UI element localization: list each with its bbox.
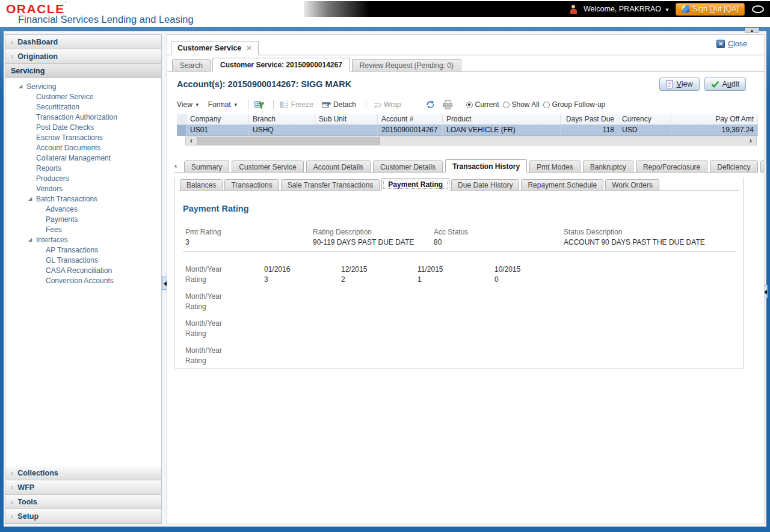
radio-show-all[interactable]: Show All <box>503 100 540 109</box>
subtab-balances[interactable]: Balances <box>180 179 223 191</box>
sidebar-section-label: Collections <box>17 469 58 477</box>
scroll-right-icon[interactable]: › <box>745 137 756 145</box>
tree-row: Fees <box>5 224 161 234</box>
sidebar-item-account-documents[interactable]: Account Documents <box>36 144 100 152</box>
sidebar-item-servicing[interactable]: Servicing <box>26 82 56 91</box>
column-header-product[interactable]: Product <box>443 114 561 125</box>
close-button[interactable]: ✕ Close <box>716 40 747 48</box>
row-selector[interactable] <box>177 125 186 136</box>
refresh-button[interactable] <box>425 100 436 109</box>
tab-transaction-history[interactable]: Transaction History <box>445 159 527 173</box>
sidebar-item-reports[interactable]: Reports <box>36 164 61 173</box>
transaction-history-subtabs: BalancesTransactionsSale Transfer Transa… <box>179 177 739 191</box>
tab-bankruptcy[interactable]: Bankruptcy <box>583 161 633 173</box>
sidebar-item-securitization[interactable]: Securitization <box>36 103 79 111</box>
scrollbar-thumb[interactable] <box>197 137 380 145</box>
month-year-value <box>494 346 736 356</box>
column-header-branch[interactable]: Branch <box>249 114 315 125</box>
sidebar-item-batch-transactions[interactable]: Batch Transactions <box>36 195 97 203</box>
tab-pmt-modes[interactable]: Pmt Modes <box>529 161 581 173</box>
radio-current[interactable]: Current <box>466 100 499 109</box>
sidebar-section-setup[interactable]: ›Setup <box>5 509 161 524</box>
sidebar-section-tools[interactable]: ›Tools <box>5 495 161 509</box>
query-by-example-button[interactable] <box>254 100 265 109</box>
tab-collateral[interactable]: Collateral <box>760 161 765 173</box>
tree-row: Customer Service <box>5 91 161 102</box>
column-header-currency[interactable]: Currency <box>618 114 671 125</box>
tree-row: Transaction Authorization <box>5 112 161 122</box>
sidebar-item-customer-service[interactable]: Customer Service <box>36 93 93 101</box>
sidebar-item-payments[interactable]: Payments <box>46 215 78 224</box>
tree-expand-icon[interactable]: ◢ <box>28 196 36 201</box>
doc-tab-customer-service-20150900014267[interactable]: Customer Service: 20150900014267 <box>212 58 350 72</box>
sidebar-item-gl-transactions[interactable]: GL Transactions <box>46 256 98 264</box>
tree-expand-icon[interactable]: ◢ <box>19 84 26 89</box>
sidebar-item-ap-transactions[interactable]: AP Transactions <box>46 246 98 254</box>
tree-row: Conversion Accounts <box>5 275 161 286</box>
tab-customer-details[interactable]: Customer Details <box>373 161 443 173</box>
user-menu[interactable]: Welcome, PRAKRRAO▼ <box>584 5 670 13</box>
tabs-scroll-left-icon[interactable]: ‹ <box>174 160 183 172</box>
subtab-repayment-schedule[interactable]: Repayment Schedule <box>521 179 603 191</box>
doc-tab-search[interactable]: Search <box>172 59 211 72</box>
tab-deficiency[interactable]: Deficiency <box>710 161 757 173</box>
scroll-left-icon[interactable]: ‹ <box>186 137 197 145</box>
sidebar-item-post-date-checks[interactable]: Post Date Checks <box>36 123 94 132</box>
month-year-value <box>417 292 494 302</box>
column-header-pay-off-amt[interactable]: Pay Off Amt <box>671 114 758 125</box>
sidebar-section-dashboard[interactable]: ›DashBoard <box>5 35 161 49</box>
tab-summary[interactable]: Summary <box>184 161 229 173</box>
column-header-company[interactable]: Company <box>186 114 249 125</box>
detach-button[interactable]: Detach <box>322 100 356 109</box>
radio-group-follow-up[interactable]: Group Follow-up <box>543 100 606 109</box>
sidebar-item-producers[interactable]: Producers <box>36 174 69 183</box>
sidebar-item-collateral-management[interactable]: Collateral Management <box>36 154 111 162</box>
sidebar-section-wfp[interactable]: ›WFP <box>5 480 161 495</box>
audit-button[interactable]: Audit <box>704 78 747 91</box>
tree-expand-icon[interactable]: ◢ <box>28 237 36 242</box>
subtab-work-orders[interactable]: Work Orders <box>605 179 659 191</box>
toolbar-view-menu[interactable]: View▼ <box>177 100 200 109</box>
sidebar-item-vendors[interactable]: Vendors <box>36 185 63 193</box>
tab-customer-service[interactable]: Customer Service <box>232 161 303 173</box>
subtab-due-date-history[interactable]: Due Date History <box>451 179 519 191</box>
session-indicator-icon[interactable] <box>752 5 764 13</box>
sidebar-section-servicing[interactable]: Servicing <box>5 64 161 78</box>
month-year-value <box>494 292 736 302</box>
sidebar-item-casa-reconciliation[interactable]: CASA Reconciliation <box>46 266 112 275</box>
tab-account-details[interactable]: Account Details <box>306 161 371 173</box>
rating-value <box>494 329 736 339</box>
subtab-transactions[interactable]: Transactions <box>224 179 279 191</box>
tab-close-icon[interactable]: ✕ <box>246 44 251 52</box>
column-header-account[interactable]: Account # <box>378 114 443 125</box>
sidebar-item-escrow-transactions[interactable]: Escrow Transactions <box>36 133 103 142</box>
sidebar-item-conversion-accounts[interactable]: Conversion Accounts <box>46 277 114 285</box>
sidebar-item-transaction-authorization[interactable]: Transaction Authorization <box>36 113 117 121</box>
sidebar-item-interfaces[interactable]: Interfaces <box>36 236 68 244</box>
sidebar-item-advances[interactable]: Advances <box>46 205 78 213</box>
print-button[interactable] <box>443 100 453 109</box>
column-header-sub-unit[interactable]: Sub Unit <box>315 114 378 125</box>
subtab-payment-rating[interactable]: Payment Rating <box>381 178 449 191</box>
sidebar-item-fees[interactable]: Fees <box>46 225 62 234</box>
tab-repo-foreclosure[interactable]: Repo/Foreclosure <box>636 161 707 173</box>
scroll-up-button[interactable]: ▲ <box>745 28 759 33</box>
accounts-table-row[interactable]: US01USHQ20150900014267LOAN VEHICLE (FR)1… <box>177 125 758 136</box>
toolbar-format-menu[interactable]: Format▼ <box>208 100 238 109</box>
chevron-down-icon: ▼ <box>233 102 238 108</box>
column-header-days-past-due[interactable]: Days Past Due <box>561 114 618 125</box>
scrollbar-track[interactable] <box>380 137 745 145</box>
sidebar-section-label: Setup <box>17 512 38 521</box>
view-button[interactable]: View <box>659 78 700 91</box>
sidebar-section-origination[interactable]: ›Origination <box>5 49 161 64</box>
sign-out-button[interactable]: Sign Out [QA] <box>676 3 745 16</box>
sidebar-section-collections[interactable]: ›Collections <box>5 466 161 480</box>
freeze-button[interactable]: Freeze <box>280 100 313 109</box>
wrap-button[interactable]: Wrap <box>372 100 401 109</box>
window-tab-customer-service[interactable]: Customer Service ✕ <box>171 41 259 55</box>
horizontal-scrollbar[interactable]: ‹ › <box>185 136 757 145</box>
radio-icon <box>503 102 510 108</box>
doc-tab-review-request-pending-0[interactable]: Review Request (Pending: 0) <box>352 59 461 72</box>
subtab-sale-transfer-transactions[interactable]: Sale Transfer Transactions <box>281 179 380 191</box>
tree-row: Reports <box>5 163 161 173</box>
